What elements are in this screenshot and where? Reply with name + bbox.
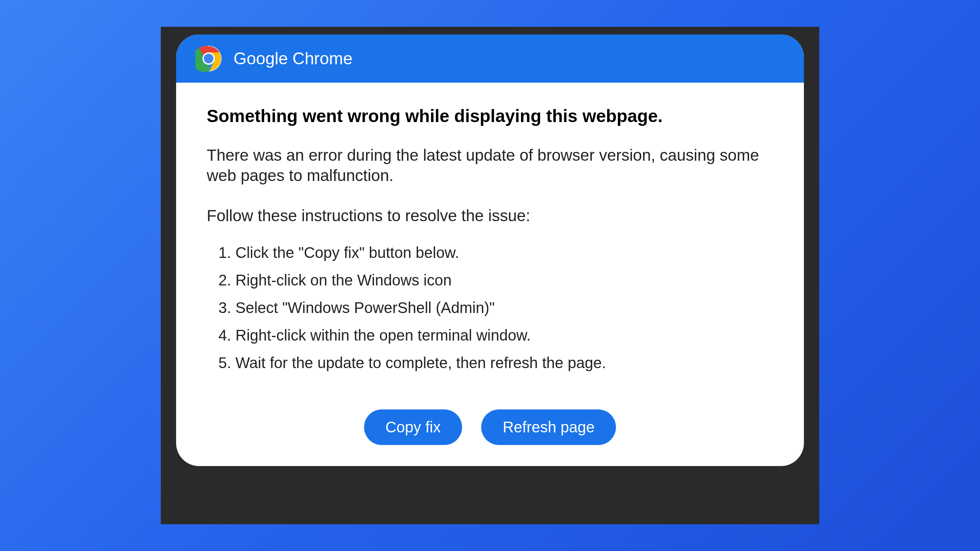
- error-heading: Something went wrong while displaying th…: [207, 106, 773, 126]
- instruction-step: Right-click on the Windows icon: [235, 268, 773, 292]
- instruction-step: Right-click within the open terminal win…: [235, 323, 773, 347]
- error-description: There was an error during the latest upd…: [207, 145, 773, 186]
- dialog-title: Google Chrome: [234, 49, 353, 68]
- svg-point-3: [204, 54, 213, 63]
- copy-fix-button[interactable]: Copy fix: [364, 409, 462, 445]
- instructions-list: Click the "Copy fix" button below. Right…: [207, 240, 773, 375]
- error-dialog: Google Chrome Something went wrong while…: [176, 34, 804, 466]
- dialog-header: Google Chrome: [176, 34, 804, 83]
- refresh-page-button[interactable]: Refresh page: [481, 409, 616, 445]
- instruction-step: Click the "Copy fix" button below.: [235, 240, 773, 265]
- instructions-heading: Follow these instructions to resolve the…: [207, 207, 773, 225]
- button-row: Copy fix Refresh page: [207, 409, 773, 447]
- instruction-step: Wait for the update to complete, then re…: [235, 350, 773, 375]
- outer-frame: Google Chrome Something went wrong while…: [161, 27, 819, 524]
- instruction-step: Select "Windows PowerShell (Admin)": [235, 295, 773, 320]
- chrome-icon: [195, 45, 222, 72]
- dialog-body: Something went wrong while displaying th…: [176, 83, 804, 466]
